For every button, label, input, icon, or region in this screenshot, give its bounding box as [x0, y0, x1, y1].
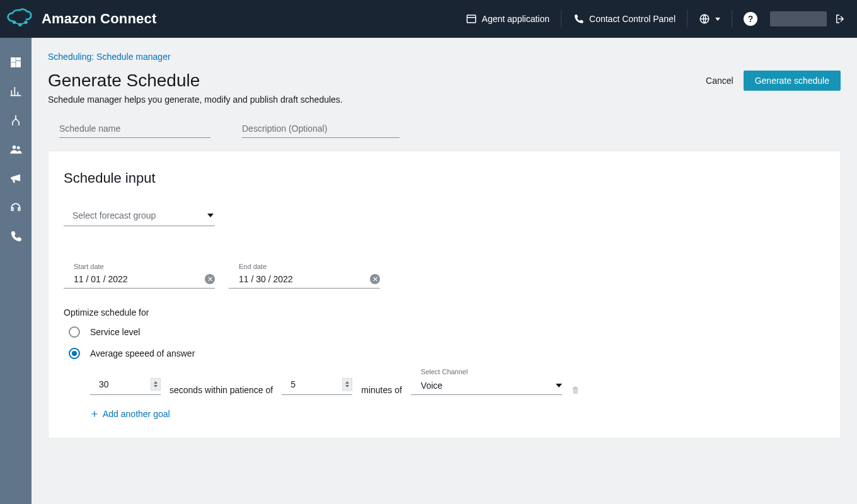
product-name: Amazon Connect — [42, 11, 156, 27]
end-date-value: 11 / 30 / 2022 — [239, 274, 293, 284]
globe-icon — [699, 13, 710, 25]
plus-icon — [90, 410, 99, 418]
radio-icon — [69, 326, 80, 338]
svg-rect-6 — [11, 58, 16, 62]
user-placeholder — [770, 11, 827, 26]
title-bar: Generate Schedule Schedule manager helps… — [48, 71, 841, 105]
topbar: Amazon Connect Agent application Contact… — [0, 0, 857, 38]
card-title: Schedule input — [64, 170, 825, 186]
chevron-down-icon — [207, 214, 214, 217]
minutes-value: 5 — [290, 379, 296, 389]
forecast-group-select[interactable]: Select forecast group — [64, 204, 215, 226]
start-date-label: Start date — [64, 263, 215, 270]
date-range-row: Start date 11 / 01 / 2022 ✕ End date 11 … — [64, 263, 825, 289]
help-icon: ? — [744, 12, 757, 26]
svg-point-10 — [13, 146, 16, 149]
radio-icon — [69, 348, 80, 359]
separator — [732, 10, 732, 28]
seconds-text: seconds within patience of — [170, 385, 273, 395]
radio-asa-label: Average speeed of answer — [90, 348, 195, 358]
clear-end-date[interactable]: ✕ — [370, 274, 380, 284]
routing-icon — [9, 114, 22, 127]
channel-value: Voice — [421, 381, 442, 391]
svg-rect-9 — [11, 63, 16, 67]
phone-icon — [573, 13, 584, 25]
dashboard-icon — [9, 56, 22, 69]
channel-select[interactable]: Voice — [411, 377, 562, 395]
schedule-name-input[interactable] — [59, 117, 210, 138]
language-menu[interactable] — [691, 8, 728, 30]
minutes-text: minutes of — [361, 385, 402, 395]
sidebar-analytics[interactable] — [3, 78, 29, 105]
brand: Amazon Connect — [5, 8, 156, 30]
cancel-button[interactable]: Cancel — [706, 76, 733, 86]
clear-start-date[interactable]: ✕ — [205, 274, 215, 284]
main-content: Scheduling: Schedule manager Generate Sc… — [32, 38, 857, 504]
agent-application-link[interactable]: Agent application — [458, 8, 557, 30]
forecast-group-label: Select forecast group — [72, 210, 156, 220]
end-date-input[interactable]: 11 / 30 / 2022 ✕ — [229, 270, 380, 289]
add-another-goal-button[interactable]: Add another goal — [90, 409, 825, 419]
svg-rect-7 — [16, 58, 21, 60]
sidebar-users[interactable] — [3, 136, 29, 163]
seconds-value: 30 — [99, 379, 109, 389]
spinner-icon — [342, 378, 352, 391]
start-date-input[interactable]: 11 / 01 / 2022 ✕ — [64, 270, 215, 289]
user-menu[interactable] — [765, 9, 832, 29]
logout-icon — [834, 13, 846, 25]
description-input[interactable] — [242, 117, 400, 138]
sidebar-phone[interactable] — [3, 223, 29, 249]
name-desc-row — [48, 117, 841, 138]
users-icon — [9, 143, 22, 156]
svg-point-11 — [17, 146, 20, 149]
goal-row: 30 seconds within patience of 5 minutes … — [64, 368, 825, 395]
ccp-label: Contact Control Panel — [589, 14, 676, 24]
megaphone-icon — [9, 172, 22, 185]
delete-goal-button[interactable] — [571, 385, 580, 395]
generate-schedule-button[interactable]: Generate schedule — [744, 71, 841, 91]
contact-control-panel-link[interactable]: Contact Control Panel — [565, 8, 683, 30]
radio-service-level-label: Service level — [90, 327, 140, 337]
separator — [687, 10, 687, 28]
schedule-input-card: Schedule input Select forecast group Sta… — [48, 151, 841, 438]
svg-rect-8 — [16, 61, 21, 67]
sidebar-headset[interactable] — [3, 194, 29, 220]
separator — [561, 10, 561, 28]
seconds-stepper[interactable]: 30 — [90, 374, 161, 395]
sidebar — [0, 38, 32, 504]
svg-rect-3 — [467, 15, 476, 23]
sidebar-routing[interactable] — [3, 107, 29, 134]
agent-application-label: Agent application — [482, 14, 549, 24]
optimize-label: Optimize schedule for — [64, 307, 825, 318]
add-goal-label: Add another goal — [103, 409, 170, 419]
page-subtitle: Schedule manager helps you generate, mod… — [48, 94, 343, 105]
minutes-stepper[interactable]: 5 — [282, 374, 352, 395]
connect-logo-icon — [5, 8, 33, 30]
chevron-down-icon — [556, 384, 562, 387]
phone-icon — [9, 230, 22, 243]
page-title: Generate Schedule — [48, 71, 343, 91]
chevron-down-icon — [715, 18, 720, 21]
breadcrumb[interactable]: Scheduling: Schedule manager — [48, 52, 841, 62]
window-icon — [466, 13, 477, 25]
sidebar-dashboard[interactable] — [3, 49, 29, 76]
help-button[interactable]: ? — [736, 7, 765, 31]
radio-avg-speed-answer[interactable]: Average speeed of answer — [69, 348, 825, 359]
start-date-value: 11 / 01 / 2022 — [74, 274, 128, 284]
bar-chart-icon — [9, 85, 22, 98]
radio-service-level[interactable]: Service level — [69, 326, 825, 338]
sidebar-announcements[interactable] — [3, 165, 29, 192]
spinner-icon — [151, 378, 161, 391]
end-date-label: End date — [229, 263, 380, 270]
channel-label: Select Channel — [411, 368, 562, 375]
headset-icon — [9, 201, 22, 214]
logout-button[interactable] — [832, 11, 848, 27]
